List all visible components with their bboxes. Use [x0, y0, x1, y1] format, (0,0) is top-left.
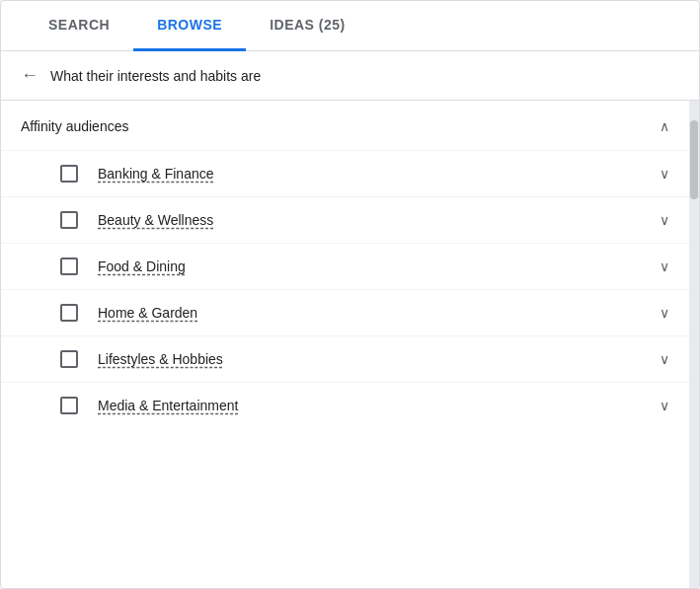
panel: SEARCH BROWSE IDEAS (25) ← What their in… — [0, 0, 700, 589]
item-label-food: Food & Dining — [98, 258, 186, 274]
list-item[interactable]: Food & Dining ∨ — [1, 243, 689, 289]
item-label-banking: Banking & Finance — [98, 166, 214, 182]
list-item[interactable]: Banking & Finance ∨ — [1, 150, 689, 196]
tab-bar: SEARCH BROWSE IDEAS (25) — [1, 1, 699, 51]
item-label-media: Media & Entertainment — [98, 398, 238, 413]
tab-browse[interactable]: BROWSE — [133, 1, 246, 51]
list-item[interactable]: Beauty & Wellness ∨ — [1, 196, 689, 243]
tab-ideas[interactable]: IDEAS (25) — [246, 1, 369, 51]
checkbox-lifestyles[interactable] — [60, 350, 78, 368]
checkbox-banking[interactable] — [60, 165, 78, 183]
section-header: Affinity audiences ∧ — [1, 101, 689, 150]
checkbox-beauty[interactable] — [60, 211, 78, 229]
item-expand-banking[interactable]: ∨ — [660, 166, 669, 182]
checkbox-home[interactable] — [60, 304, 78, 322]
item-expand-lifestyles[interactable]: ∨ — [660, 351, 669, 367]
section-collapse-icon[interactable]: ∧ — [660, 118, 669, 134]
item-label-beauty: Beauty & Wellness — [98, 212, 213, 228]
list-item[interactable]: Media & Entertainment ∨ — [1, 382, 689, 428]
checkbox-media[interactable] — [60, 397, 78, 414]
breadcrumb-text: What their interests and habits are — [50, 68, 261, 84]
item-expand-home[interactable]: ∨ — [660, 305, 669, 321]
item-label-home: Home & Garden — [98, 305, 197, 321]
list-item[interactable]: Home & Garden ∨ — [1, 289, 689, 335]
content-area: Affinity audiences ∧ Banking & Finance ∨… — [1, 101, 699, 588]
section-title: Affinity audiences — [21, 118, 128, 134]
breadcrumb-row: ← What their interests and habits are — [1, 51, 699, 101]
item-expand-media[interactable]: ∨ — [660, 398, 669, 413]
list-item[interactable]: Lifestyles & Hobbies ∨ — [1, 335, 689, 382]
item-expand-food[interactable]: ∨ — [660, 258, 669, 274]
tab-search[interactable]: SEARCH — [25, 1, 133, 51]
item-expand-beauty[interactable]: ∨ — [660, 212, 669, 228]
item-label-lifestyles: Lifestyles & Hobbies — [98, 351, 223, 367]
scroll-area[interactable]: Affinity audiences ∧ Banking & Finance ∨… — [1, 101, 689, 588]
checkbox-food[interactable] — [60, 258, 78, 275]
back-button[interactable]: ← — [21, 65, 39, 86]
scrollbar-track — [689, 101, 699, 588]
scrollbar-thumb[interactable] — [690, 120, 698, 199]
